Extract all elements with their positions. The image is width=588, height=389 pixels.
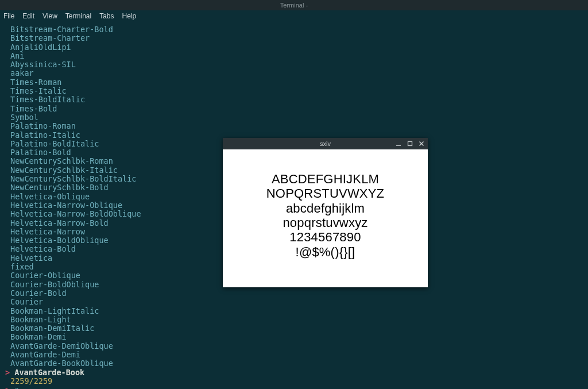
list-item: AnjaliOldLipi [10, 43, 581, 52]
sxiv-window[interactable]: sxiv ABCDEFGHIJKLM NOPQRSTUVWXYZ abcdefg… [223, 138, 428, 287]
list-item: Bookman-LightItalic [10, 307, 581, 315]
sample-line: nopqrstuvwxyz [283, 215, 368, 230]
sxiv-preview: ABCDEFGHIJKLM NOPQRSTUVWXYZ abcdefghijkl… [223, 149, 428, 287]
list-item: AvantGarde-Demi [10, 351, 581, 359]
prompt-caret: > [5, 385, 10, 389]
list-item: Times-Italic [10, 87, 581, 95]
sxiv-titlebar[interactable]: sxiv [223, 138, 428, 149]
prompt[interactable]: > ▯ [5, 386, 581, 389]
list-item: aakar [10, 69, 581, 78]
list-item: Bookman-Demi [10, 333, 581, 341]
list-item: Ani [10, 52, 581, 60]
sample-line: !@$%(){}[] [296, 245, 355, 259]
window-controls [394, 138, 425, 149]
list-item: Bookman-DemiItalic [10, 324, 581, 333]
selected-font: AvantGarde-Book [14, 368, 84, 377]
menubar: File Edit View Terminal Tabs Help [0, 10, 588, 22]
list-item: Bitstream-Charter [10, 34, 581, 43]
sample-line: abcdefghijklm [286, 201, 365, 215]
minimize-icon[interactable] [394, 140, 403, 148]
close-icon[interactable] [417, 140, 425, 148]
menu-terminal[interactable]: Terminal [65, 12, 91, 20]
list-item: Courier-Bold [10, 289, 581, 298]
selected-row: > AvantGarde-Book [5, 368, 581, 377]
list-item: Palatino-Roman [10, 122, 581, 130]
menu-help[interactable]: Help [122, 12, 137, 20]
list-item: Abyssinica-SIL [10, 60, 581, 69]
window-titlebar: Terminal - [0, 0, 588, 10]
maximize-icon[interactable] [406, 140, 414, 148]
menu-edit[interactable]: Edit [22, 12, 34, 20]
svg-rect-1 [408, 142, 412, 146]
window-title: Terminal - [280, 2, 308, 9]
menu-file[interactable]: File [3, 12, 14, 20]
list-item: Times-Roman [10, 78, 581, 87]
match-count: 2259/2259 [10, 377, 581, 386]
sample-line: 1234567890 [289, 230, 361, 244]
list-item: AvantGarde-BookOblique [10, 359, 581, 368]
menu-view[interactable]: View [42, 12, 57, 20]
list-item: Bookman-Light [10, 315, 581, 324]
list-item: Times-BoldItalic [10, 95, 581, 104]
sample-line: ABCDEFGHIJKLM [272, 172, 379, 186]
sample-line: NOPQRSTUVWXYZ [266, 186, 385, 201]
list-item: AvantGarde-DemiOblique [10, 342, 581, 351]
menu-tabs[interactable]: Tabs [99, 12, 114, 20]
prompt-cursor: ▯ [14, 385, 19, 389]
list-item: Times-Bold [10, 105, 581, 113]
list-item: Bitstream-Charter-Bold [10, 25, 581, 34]
selected-marker: > [5, 368, 10, 377]
sxiv-title: sxiv [320, 140, 331, 147]
list-item: Courier [10, 298, 581, 306]
list-item: Symbol [10, 113, 581, 122]
